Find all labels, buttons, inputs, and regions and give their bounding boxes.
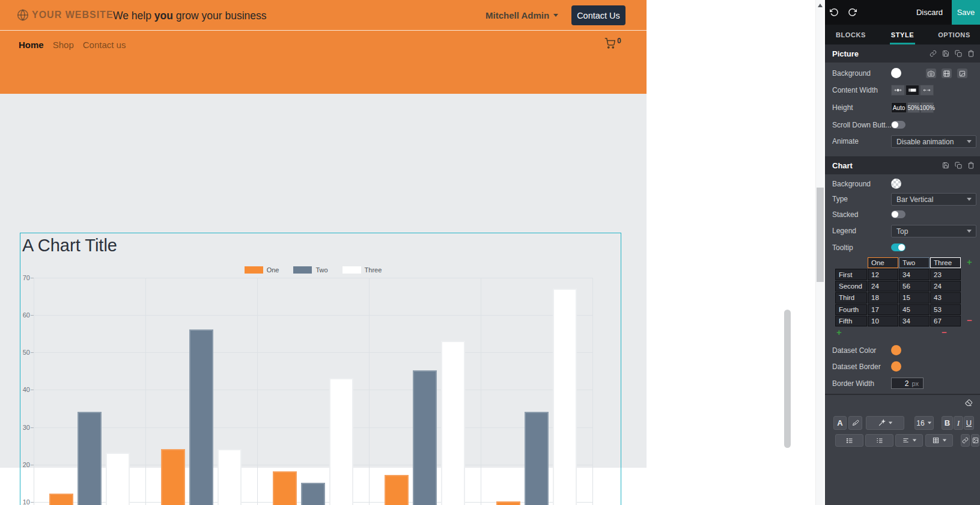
cart-button[interactable]: 0 (604, 38, 621, 49)
chart-type-dropdown[interactable]: Bar Vertical (891, 193, 976, 206)
clone-icon[interactable] (955, 162, 962, 169)
bullet-list-button[interactable] (835, 434, 863, 447)
height-row: Height Auto50%100% (832, 102, 980, 114)
bold-button[interactable]: B (942, 416, 953, 430)
format-wand-button[interactable] (866, 416, 904, 430)
content-width-wide-button[interactable] (920, 85, 934, 96)
legend-dropdown[interactable]: Top (891, 225, 976, 237)
save-snippet-icon[interactable] (942, 162, 949, 169)
cell-two-fourth[interactable]: 45 (899, 304, 930, 315)
discard-button[interactable]: Discard (916, 0, 943, 25)
clone-icon[interactable] (955, 50, 962, 57)
background-color-swatch[interactable] (891, 68, 901, 78)
link-icon[interactable] (930, 50, 937, 57)
gridline-vertical (592, 278, 593, 505)
align-button[interactable] (895, 434, 923, 447)
row-label-third[interactable]: Third (835, 292, 867, 303)
add-row-button[interactable]: + (836, 329, 842, 336)
scrollbar-thumb[interactable] (817, 188, 824, 282)
globe-icon (17, 9, 29, 21)
stacked-toggle[interactable] (891, 210, 905, 218)
cell-two-fifth[interactable]: 34 (899, 316, 930, 326)
animate-dropdown[interactable]: Disable animation (891, 135, 976, 148)
tooltip-toggle[interactable] (891, 243, 905, 251)
gridline-horizontal (34, 352, 592, 353)
cell-two-third[interactable]: 15 (899, 292, 930, 303)
insert-image-button[interactable] (971, 434, 979, 447)
user-menu[interactable]: Mitchell Admin (485, 10, 558, 20)
height-option-auto[interactable]: Auto (891, 102, 907, 113)
font-size-dropdown[interactable]: 16 (915, 416, 934, 430)
height-option-50-[interactable]: 50% (907, 102, 920, 113)
cell-three-third[interactable]: 43 (930, 292, 961, 303)
add-dataset-button[interactable]: + (967, 259, 972, 266)
cell-three-second[interactable]: 24 (930, 281, 961, 292)
remove-row-button[interactable]: − (967, 317, 972, 324)
content-width-full-button[interactable] (905, 85, 919, 96)
contact-us-button[interactable]: Contact Us (571, 5, 625, 25)
dataset-header-two[interactable]: Two (899, 257, 930, 268)
row-label-fourth[interactable]: Fourth (835, 304, 867, 315)
window-scrollbar[interactable] (815, 0, 824, 505)
nav-item-shop[interactable]: Shop (53, 40, 74, 50)
shape-image-icon[interactable] (957, 69, 967, 78)
cell-one-first[interactable]: 12 (868, 269, 898, 280)
italic-button[interactable]: I (954, 416, 963, 430)
y-axis-label: 60 (7, 311, 30, 319)
bar-one-first (49, 494, 73, 505)
animate-row: Animate Disable animation (832, 135, 980, 147)
cell-three-fifth[interactable]: 67 (930, 316, 961, 326)
cell-one-third[interactable]: 18 (868, 292, 898, 303)
numbered-list-button[interactable] (865, 434, 893, 447)
y-axis-label: 70 (7, 274, 30, 281)
dataset-color-swatch[interactable] (891, 345, 901, 355)
cell-three-first[interactable]: 23 (930, 269, 961, 280)
content-width-small-button[interactable] (891, 85, 905, 96)
camera-icon[interactable] (926, 69, 936, 78)
legend-label: One (267, 266, 279, 274)
trash-icon[interactable] (967, 162, 975, 169)
tab-style[interactable]: STYLE (877, 25, 928, 44)
remove-dataset-button[interactable]: − (942, 329, 947, 336)
nav-item-contact-us[interactable]: Contact us (83, 40, 126, 50)
dataset-border-swatch[interactable] (891, 361, 901, 372)
preview-scrollbar-thumb[interactable] (784, 310, 791, 448)
cell-two-second[interactable]: 56 (899, 281, 930, 292)
font-color-button[interactable]: A (833, 416, 847, 430)
redo-button[interactable] (843, 0, 861, 25)
save-button[interactable]: Save (952, 0, 980, 25)
cell-one-fifth[interactable]: 10 (868, 316, 898, 326)
row-label-second[interactable]: Second (835, 281, 867, 292)
tab-options[interactable]: OPTIONS (928, 25, 980, 44)
table-button[interactable] (925, 434, 953, 447)
save-snippet-icon[interactable] (942, 50, 949, 57)
cell-three-fourth[interactable]: 53 (930, 304, 961, 315)
gridline-horizontal (34, 390, 592, 390)
cell-two-first[interactable]: 34 (899, 269, 930, 280)
scroll-up-arrow[interactable] (818, 4, 823, 7)
underline-button[interactable]: U (964, 416, 974, 430)
dataset-header-three[interactable]: Three (930, 257, 961, 268)
chart-background-swatch[interactable] (891, 179, 901, 189)
scroll-down-toggle[interactable] (891, 121, 905, 129)
eraser-icon[interactable] (964, 399, 973, 407)
cell-one-fourth[interactable]: 17 (868, 304, 898, 315)
trash-icon[interactable] (967, 50, 975, 57)
row-label-fifth[interactable]: Fifth (835, 316, 867, 326)
row-label-first[interactable]: First (835, 269, 867, 280)
legend-item-two: Two (293, 266, 327, 274)
chart-snippet[interactable]: A Chart Title OneTwoThree 01020304050607… (20, 233, 621, 505)
cell-one-second[interactable]: 24 (868, 281, 898, 292)
border-width-input[interactable]: 2 px (891, 378, 924, 389)
tab-blocks[interactable]: BLOCKS (825, 25, 877, 44)
undo-button[interactable] (825, 0, 843, 25)
site-logo[interactable]: YOUR WEBSITE (17, 9, 114, 21)
bar-two-fourth (413, 370, 437, 505)
dataset-header-one[interactable]: One (868, 257, 898, 268)
height-option-100-[interactable]: 100% (921, 102, 934, 113)
film-icon[interactable] (942, 69, 952, 78)
insert-link-button[interactable] (961, 434, 970, 447)
highlight-brush-button[interactable] (848, 416, 862, 430)
y-axis-tick (31, 390, 34, 390)
nav-item-home[interactable]: Home (19, 40, 44, 50)
